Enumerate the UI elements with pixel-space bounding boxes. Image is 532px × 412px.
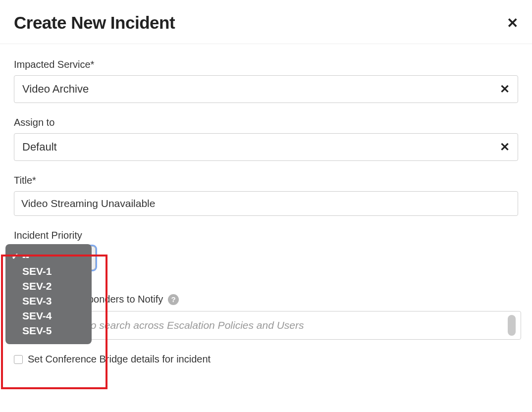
assign-to-label: Assign to xyxy=(14,117,518,128)
modal-title: Create New Incident xyxy=(14,13,175,33)
impacted-service-select[interactable]: Video Archive ✕ xyxy=(14,75,518,103)
option-label: SEV-2 xyxy=(22,280,52,292)
assign-to-select[interactable]: Default ✕ xyxy=(14,133,518,161)
priority-option-sev3[interactable]: SEV-3 xyxy=(5,294,92,309)
conference-bridge-label: Set Conference Bridge details for incide… xyxy=(28,354,211,365)
priority-option-none[interactable]: ✓ -- xyxy=(5,249,92,264)
conference-bridge-row: Set Conference Bridge details for incide… xyxy=(14,354,518,365)
help-icon[interactable]: ? xyxy=(168,294,179,305)
clear-icon[interactable]: ✕ xyxy=(500,140,510,154)
priority-label: Incident Priority xyxy=(14,230,518,241)
title-label: Title* xyxy=(14,175,518,186)
assign-to-value: Default xyxy=(22,141,57,154)
priority-option-sev5[interactable]: SEV-5 xyxy=(5,323,92,338)
title-field: Title* xyxy=(14,175,518,216)
option-label: SEV-5 xyxy=(22,325,52,337)
conference-bridge-checkbox[interactable] xyxy=(14,355,23,364)
close-icon[interactable]: ✕ xyxy=(507,15,518,31)
option-label: SEV-4 xyxy=(22,310,52,322)
priority-option-sev2[interactable]: SEV-2 xyxy=(5,279,92,294)
impacted-service-field: Impacted Service* Video Archive ✕ xyxy=(14,59,518,103)
clear-icon[interactable]: ✕ xyxy=(500,82,510,96)
assign-to-field: Assign to Default ✕ xyxy=(14,117,518,161)
form-body: Impacted Service* Video Archive ✕ Assign… xyxy=(0,44,532,365)
priority-field: Incident Priority ▲▼ ✓ -- SEV-1 xyxy=(14,230,518,270)
impacted-service-value: Video Archive xyxy=(22,83,89,96)
priority-dropdown-menu: ✓ -- SEV-1 SEV-2 SEV-3 SEV-4 xyxy=(5,244,92,344)
responders-input[interactable] xyxy=(22,319,508,331)
scrollbar-thumb[interactable] xyxy=(508,315,516,336)
priority-option-sev4[interactable]: SEV-4 xyxy=(5,309,92,323)
impacted-service-label: Impacted Service* xyxy=(14,59,518,70)
option-label: -- xyxy=(22,251,29,262)
priority-option-sev1[interactable]: SEV-1 xyxy=(5,264,92,279)
title-input[interactable] xyxy=(14,191,518,216)
modal-header: Create New Incident ✕ xyxy=(0,0,532,44)
check-icon: ✓ xyxy=(11,251,22,262)
option-label: SEV-1 xyxy=(22,265,52,277)
option-label: SEV-3 xyxy=(22,295,52,307)
